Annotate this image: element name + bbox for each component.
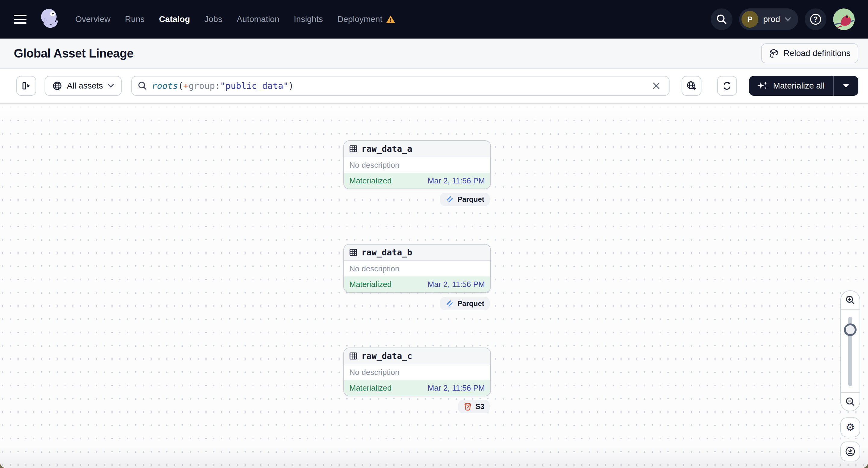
asset-selection-input[interactable]: roots(+group:"public_data"): [131, 76, 670, 96]
globe-icon: [53, 81, 62, 91]
asset-node-raw-data-a[interactable]: raw_data_a No description Materialized M…: [343, 141, 491, 189]
materialize-options-button[interactable]: [833, 76, 858, 96]
user-avatar[interactable]: [833, 8, 855, 30]
page-header: Global Asset Lineage Reload definitions: [0, 38, 868, 69]
asset-scope-dropdown[interactable]: All assets: [44, 76, 122, 96]
lineage-graph-canvas[interactable]: raw_data_a No description Materialized M…: [0, 103, 868, 468]
asset-node-header: raw_data_b: [344, 245, 490, 261]
svg-text:?: ?: [813, 15, 818, 23]
search-icon: [138, 81, 147, 90]
chevron-down-icon: [108, 84, 114, 88]
search-icon: [716, 14, 727, 25]
table-icon: [349, 248, 357, 256]
materialize-all-button[interactable]: Materialize all: [749, 76, 833, 96]
nav-right-cluster: P prod ?: [711, 8, 855, 30]
asset-name: raw_data_a: [362, 144, 412, 154]
divider: [841, 309, 860, 310]
menu-icon[interactable]: [14, 15, 27, 24]
asset-status-row: Materialized Mar 2, 11:56 PM: [344, 380, 490, 396]
asset-node-header: raw_data_c: [344, 348, 490, 365]
zoom-out-icon: [845, 397, 855, 407]
asset-description: No description: [344, 261, 490, 277]
deployment-name: prod: [763, 14, 780, 24]
graph-settings-button[interactable]: ⚙: [840, 417, 860, 437]
sparkles-icon: [757, 81, 768, 90]
zoom-in-icon: [845, 295, 855, 305]
search-button[interactable]: [711, 8, 733, 30]
asset-kind-tag-parquet[interactable]: Parquet: [440, 193, 490, 206]
clear-query-button[interactable]: [650, 79, 663, 92]
asset-description: No description: [344, 365, 490, 380]
table-icon: [349, 352, 357, 360]
nav-item-insights[interactable]: Insights: [294, 14, 323, 24]
s3-bucket-icon: [464, 402, 472, 411]
nav-item-automation[interactable]: Automation: [237, 14, 279, 24]
nav-item-deployment[interactable]: Deployment: [337, 14, 396, 24]
reload-definitions-button[interactable]: Reload definitions: [761, 43, 858, 63]
refresh-button[interactable]: [717, 76, 737, 96]
parquet-icon: [445, 195, 454, 204]
materialization-timestamp[interactable]: Mar 2, 11:56 PM: [428, 383, 485, 393]
nav-item-jobs[interactable]: Jobs: [205, 14, 222, 24]
zoom-slider-handle[interactable]: [844, 323, 857, 336]
status-badge: Materialized: [349, 383, 392, 393]
cardinal-avatar-image: [833, 8, 855, 30]
help-button[interactable]: ?: [805, 8, 827, 30]
asset-node-raw-data-b[interactable]: raw_data_b No description Materialized M…: [343, 244, 491, 293]
zoom-in-button[interactable]: [841, 291, 860, 309]
primary-nav: Overview Runs Catalog Jobs Automation In…: [75, 14, 396, 24]
chevron-down-icon: [785, 17, 791, 21]
caret-down-icon: [843, 84, 849, 88]
materialize-all-label: Materialize all: [773, 81, 825, 91]
panel-open-icon: [21, 81, 31, 91]
refresh-icon: [722, 81, 732, 91]
save-catalog-view-button[interactable]: [682, 76, 702, 96]
asset-scope-label: All assets: [67, 81, 103, 91]
asset-status-row: Materialized Mar 2, 11:56 PM: [344, 173, 490, 189]
materialize-all-split-button: Materialize all: [749, 76, 858, 96]
asset-kind-tag-s3[interactable]: S3: [458, 400, 490, 413]
close-icon: [652, 82, 660, 90]
nav-item-runs[interactable]: Runs: [125, 14, 145, 24]
materialization-timestamp[interactable]: Mar 2, 11:56 PM: [428, 176, 485, 186]
deployment-initial-badge: P: [742, 11, 758, 28]
asset-description: No description: [344, 157, 490, 173]
top-navigation: Overview Runs Catalog Jobs Automation In…: [0, 0, 868, 38]
status-badge: Materialized: [349, 176, 392, 186]
nav-item-deployment-label: Deployment: [337, 14, 382, 24]
asset-kind-label: Parquet: [458, 299, 484, 308]
asset-name: raw_data_c: [362, 351, 412, 361]
download-image-button[interactable]: [840, 441, 860, 461]
parquet-icon: [445, 299, 454, 308]
asset-kind-tag-parquet[interactable]: Parquet: [440, 297, 490, 310]
open-left-panel-button[interactable]: [16, 76, 36, 96]
globe-plus-icon: [686, 81, 696, 91]
gear-icon: ⚙: [846, 422, 855, 433]
download-icon: [845, 446, 855, 457]
asset-kind-label: S3: [475, 402, 484, 411]
asset-selection-query: roots(+group:"public_data"): [152, 81, 293, 91]
reload-definitions-label: Reload definitions: [783, 49, 850, 58]
zoom-control-panel: [840, 290, 860, 411]
zoom-out-button[interactable]: [841, 393, 860, 411]
asset-kind-label: Parquet: [458, 195, 484, 204]
nav-item-overview[interactable]: Overview: [75, 14, 111, 24]
materialization-timestamp[interactable]: Mar 2, 11:56 PM: [428, 280, 485, 289]
asset-node-raw-data-c[interactable]: raw_data_c No description Materialized M…: [343, 347, 491, 396]
page-title: Global Asset Lineage: [14, 47, 133, 60]
table-icon: [349, 145, 357, 153]
nav-item-catalog[interactable]: Catalog: [159, 14, 190, 24]
dagster-logo-icon: [37, 7, 62, 32]
asset-node-header: raw_data_a: [344, 141, 490, 157]
asset-name: raw_data_b: [362, 248, 412, 257]
lineage-toolbar: All assets roots(+group:"public_data"): [0, 69, 868, 103]
reload-cube-icon: [769, 49, 779, 58]
status-badge: Materialized: [349, 280, 392, 289]
deployment-switcher[interactable]: P prod: [739, 8, 798, 30]
warning-icon: [386, 15, 396, 24]
help-icon: ?: [809, 13, 822, 26]
asset-status-row: Materialized Mar 2, 11:56 PM: [344, 277, 490, 292]
dagster-app: Overview Runs Catalog Jobs Automation In…: [0, 0, 868, 468]
